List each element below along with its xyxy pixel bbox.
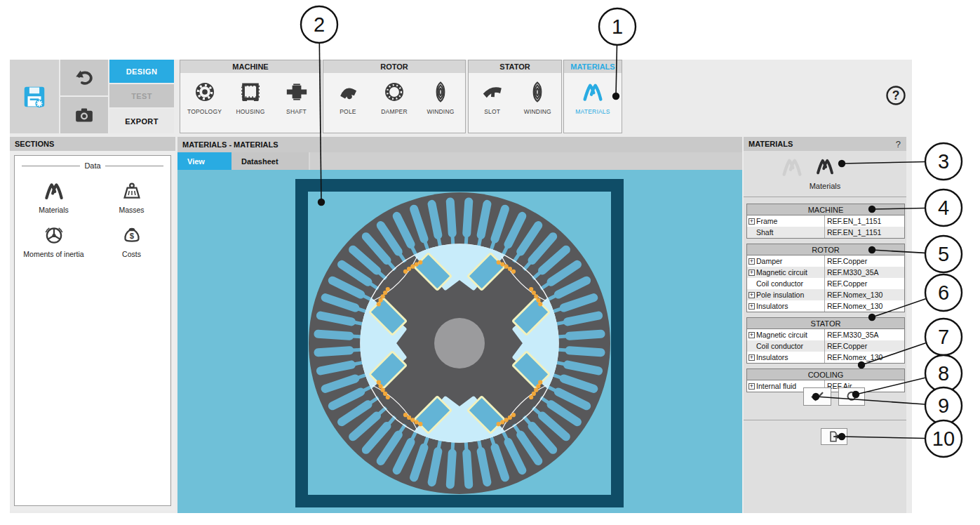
svg-text:$: $ xyxy=(129,232,134,240)
toolbar-group-title: ROTOR xyxy=(323,60,465,73)
section-item-costs[interactable]: $ Costs xyxy=(93,224,170,258)
help-icon: ? xyxy=(885,85,906,106)
apply-button[interactable] xyxy=(803,387,831,406)
toolbar-group-stator: STATOR SLOT WINDING xyxy=(468,60,562,133)
help-icon[interactable]: ? xyxy=(885,85,906,106)
toolbar-item-materials[interactable]: MATERIALS xyxy=(571,80,615,115)
toolbar-item-housing[interactable]: HOUSING xyxy=(229,80,272,115)
tab-datasheet[interactable]: Datasheet xyxy=(231,152,309,170)
sections-data-box: Data Materials Masses xyxy=(14,155,171,506)
materials-icon xyxy=(581,80,605,104)
material-value[interactable]: REF.EN_1_1151 xyxy=(824,227,904,238)
material-value[interactable]: REF.M330_35A xyxy=(824,267,904,278)
materials-hero: Materials xyxy=(744,151,906,194)
material-value[interactable]: REF.Copper xyxy=(824,255,904,267)
export-tab-button[interactable]: EXPORT xyxy=(109,109,174,133)
materials-panel: MATERIALS ? Materials MACHINE xyxy=(744,137,906,513)
expand-icon[interactable]: + xyxy=(749,354,755,361)
material-part-label: + Pole insulation xyxy=(747,289,824,300)
material-part-label: Shaft xyxy=(747,227,824,238)
expand-icon[interactable]: + xyxy=(749,292,755,298)
restore-button[interactable] xyxy=(838,387,865,406)
toolbar-item-damper[interactable]: DAMPER xyxy=(372,80,416,115)
svg-text:3: 3 xyxy=(938,150,949,173)
toolbar-group-title: MATERIALS xyxy=(564,60,622,73)
materials-panel-title: MATERIALS xyxy=(749,140,793,148)
material-value[interactable]: REF.Nomex_130 xyxy=(824,352,904,363)
svg-text:5: 5 xyxy=(938,243,949,265)
save-icon xyxy=(21,84,48,110)
material-part-label: + Insulators xyxy=(747,300,824,312)
save-button[interactable] xyxy=(10,60,59,133)
material-part-label: Coil conductor xyxy=(747,340,824,352)
tab-bar: View Datasheet xyxy=(177,152,742,170)
material-part-label: Coil conductor xyxy=(747,278,824,289)
app-window: DESIGN TEST EXPORT MACHINE TOPOLOGY xyxy=(10,60,912,513)
divider xyxy=(744,197,906,197)
expand-icon[interactable]: + xyxy=(749,218,755,225)
expand-icon[interactable]: + xyxy=(749,270,755,276)
panel-help-icon[interactable]: ? xyxy=(896,139,901,149)
table-row: + Insulators REF.Nomex_130 xyxy=(747,300,904,312)
undo-button[interactable] xyxy=(60,60,108,95)
tab-bar-filler xyxy=(309,152,742,170)
expand-icon[interactable]: + xyxy=(749,303,755,310)
material-part-label: + Frame xyxy=(747,215,824,227)
legend-line xyxy=(22,166,80,166)
toolbar-item-shaft[interactable]: SHAFT xyxy=(275,80,318,115)
material-value[interactable]: REF.Copper xyxy=(824,340,904,352)
expand-icon[interactable]: + xyxy=(749,383,755,390)
machine-cross-section-view[interactable] xyxy=(177,170,742,513)
table-row: Coil conductor REF.Copper xyxy=(747,278,904,289)
housing-icon xyxy=(239,80,262,104)
material-value[interactable]: REF.EN_1_1151 xyxy=(824,215,904,227)
toolbar-item-slot[interactable]: SLOT xyxy=(471,80,514,115)
screenshot-button[interactable] xyxy=(60,97,108,133)
svg-text:6: 6 xyxy=(938,281,949,304)
design-tab-button[interactable]: DESIGN xyxy=(109,60,174,83)
table-title: STATOR xyxy=(747,318,904,329)
table-row: Coil conductor REF.Copper xyxy=(747,340,904,352)
svg-text:1: 1 xyxy=(612,15,623,38)
material-part-label: + Insulators xyxy=(747,352,824,363)
toolbar-item-topology[interactable]: TOPOLOGY xyxy=(183,80,227,115)
divider xyxy=(744,420,906,420)
expand-icon[interactable]: + xyxy=(749,332,755,338)
table-title: COOLING xyxy=(747,369,904,380)
toolbar-item-pole[interactable]: POLE xyxy=(326,80,370,115)
toolbar-item-winding[interactable]: WINDING xyxy=(419,80,462,115)
material-part-label: + Damper xyxy=(747,255,824,267)
table-row: + Insulators REF.Nomex_130 xyxy=(747,352,904,363)
exportdoc-icon xyxy=(827,430,841,444)
materials-icon xyxy=(814,156,835,180)
toolbar-group-rotor: ROTOR POLE DAMPER WINDING xyxy=(323,60,466,133)
table-row: + Pole insulation REF.Nomex_130 xyxy=(747,289,904,300)
section-item-masses[interactable]: Masses xyxy=(93,180,170,214)
main-panel-title: MATERIALS - MATERIALS xyxy=(177,137,742,152)
topology-icon xyxy=(193,80,217,104)
tab-view[interactable]: View xyxy=(177,152,231,170)
material-value[interactable]: REF.Copper xyxy=(824,278,904,289)
export-materials-button[interactable] xyxy=(821,428,847,445)
camera-icon xyxy=(74,105,95,126)
material-part-label: + Magnetic circuit xyxy=(747,329,824,340)
material-value[interactable]: REF.M330_35A xyxy=(824,329,904,340)
toolbar-group-title: MACHINE xyxy=(180,60,321,73)
test-tab-button[interactable]: TEST xyxy=(109,84,174,107)
costs-icon: $ xyxy=(121,224,143,246)
pole-icon xyxy=(336,80,360,104)
winding-icon xyxy=(429,80,452,104)
expand-icon[interactable]: + xyxy=(749,258,755,265)
svg-text:4: 4 xyxy=(938,197,949,219)
table-row: + Damper REF.Copper xyxy=(747,255,904,267)
check-icon xyxy=(810,389,825,404)
toolbar-item-winding[interactable]: WINDING xyxy=(516,80,559,115)
material-value[interactable]: REF.Nomex_130 xyxy=(824,300,904,312)
table-title: MACHINE xyxy=(747,204,904,215)
materials-panel-header: MATERIALS ? xyxy=(744,137,906,151)
section-item-materials[interactable]: Materials xyxy=(15,180,93,214)
section-item-moments-of-inertia[interactable]: Moments of inertia xyxy=(15,224,93,258)
restore-icon xyxy=(845,390,859,404)
material-value[interactable]: REF.Nomex_130 xyxy=(824,289,904,300)
table-row: + Magnetic circuit REF.M330_35A xyxy=(747,329,904,340)
